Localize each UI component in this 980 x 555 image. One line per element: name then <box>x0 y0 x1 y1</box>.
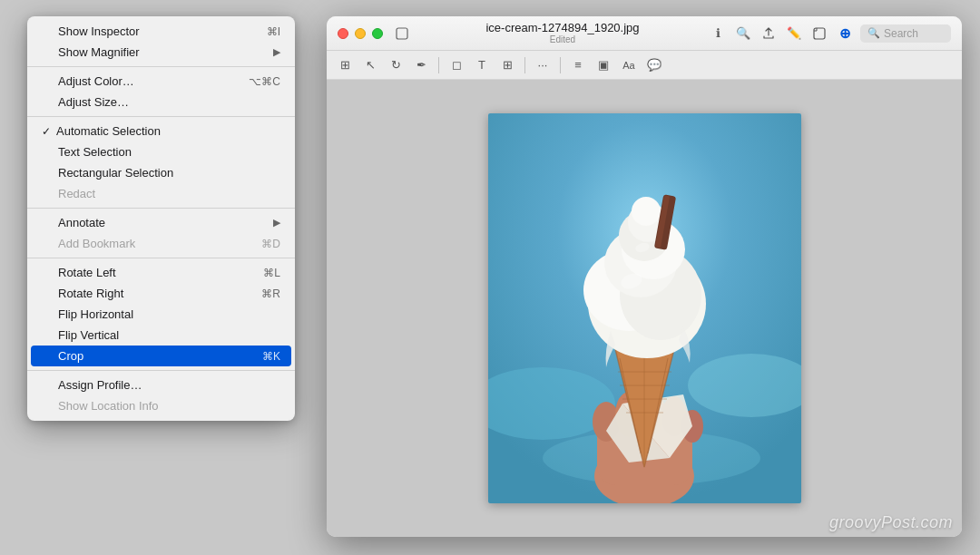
shortcut-add-bookmark: ⌘D <box>261 238 280 250</box>
search-placeholder: Search <box>884 27 918 40</box>
file-title: ice-cream-1274894_1920.jpg <box>485 21 639 35</box>
menu-label-flip-horizontal: Flip Horizontal <box>56 307 280 321</box>
traffic-lights <box>338 28 383 39</box>
ice-cream-svg <box>488 113 801 503</box>
menu-item-rectangular-selection[interactable]: Rectangular Selection <box>27 162 295 183</box>
shortcut-crop: ⌘K <box>262 350 280 363</box>
menu-item-automatic-selection[interactable]: ✓ Automatic Selection <box>27 121 295 141</box>
toolbar-shapes-btn[interactable]: ◻ <box>446 54 467 76</box>
toolbar-sep-2 <box>524 57 525 73</box>
separator-4 <box>27 258 295 258</box>
menu-label-adjust-color: Adjust Color… <box>56 74 249 88</box>
menu-item-adjust-size[interactable]: Adjust Size… <box>27 92 295 112</box>
menu-item-rotate-right[interactable]: Rotate Right ⌘R <box>27 283 295 304</box>
menu-item-show-magnifier[interactable]: Show Magnifier ▶ <box>27 42 295 63</box>
menu-item-add-bookmark: Add Bookmark ⌘D <box>27 233 295 254</box>
svg-rect-0 <box>397 28 407 39</box>
preview-window: ice-cream-1274894_1920.jpg Edited ℹ 🔍 ✏️… <box>327 16 962 537</box>
menu-label-rotate-left: Rotate Left <box>56 266 263 279</box>
zoom-in-button[interactable]: 🔍 <box>733 24 753 44</box>
separator-1 <box>27 66 295 67</box>
separator-3 <box>27 208 295 209</box>
separator-2 <box>27 116 295 117</box>
edit-button[interactable]: ✏️ <box>784 24 804 44</box>
title-bar: ice-cream-1274894_1920.jpg Edited ℹ 🔍 ✏️… <box>327 16 962 51</box>
expand-button[interactable] <box>809 24 829 44</box>
toolbar-sep-3 <box>560 57 561 73</box>
menu-label-adjust-size: Adjust Size… <box>56 95 280 109</box>
menu-item-show-location-info: Show Location Info <box>27 395 295 416</box>
menu-label-add-bookmark: Add Bookmark <box>56 237 261 250</box>
menu-item-redact: Redact <box>27 183 295 204</box>
window-square-icon[interactable] <box>394 25 410 42</box>
menu-label-rectangular-selection: Rectangular Selection <box>56 166 280 180</box>
window-nav-icons <box>394 25 410 42</box>
search-bar[interactable]: 🔍 Search <box>860 24 951 43</box>
toolbar-text-btn[interactable]: T <box>471 54 493 76</box>
toolbar-rotate-btn[interactable]: ↻ <box>385 54 407 76</box>
maximize-button[interactable] <box>372 28 383 39</box>
title-bar-center: ice-cream-1274894_1920.jpg Edited <box>417 21 708 46</box>
shortcut-rotate-right: ⌘R <box>261 287 280 300</box>
menu-item-adjust-color[interactable]: Adjust Color… ⌥⌘C <box>27 71 295 92</box>
watermark: groovyPost.com <box>829 513 953 532</box>
image-preview <box>488 113 801 503</box>
toolbar-markup-btn[interactable]: ✒ <box>410 54 432 76</box>
menu-label-crop: Crop <box>56 349 262 363</box>
toolbar-more-btn[interactable]: ··· <box>532 54 554 76</box>
shortcut-show-inspector: ⌘I <box>267 25 280 38</box>
arrow-show-magnifier: ▶ <box>273 46 280 58</box>
toolbar: ⊞ ↖ ↻ ✒ ◻ T ⊞ ··· ≡ ▣ Aa 💬 <box>327 51 962 80</box>
menu-item-annotate[interactable]: Annotate ▶ <box>27 212 295 233</box>
menu-item-rotate-left[interactable]: Rotate Left ⌘L <box>27 262 295 283</box>
close-button[interactable] <box>338 28 348 39</box>
menu-item-show-inspector[interactable]: Show Inspector ⌘I <box>27 21 295 42</box>
menu-label-show-magnifier: Show Magnifier <box>56 45 273 59</box>
toolbar-cursor-btn[interactable]: ↖ <box>359 54 381 76</box>
menu-label-text-selection: Text Selection <box>56 145 280 159</box>
toolbar-frame-btn[interactable]: ▣ <box>593 54 614 76</box>
context-menu: Show Inspector ⌘I Show Magnifier ▶ Adjus… <box>27 16 295 421</box>
menu-item-text-selection[interactable]: Text Selection <box>27 141 295 162</box>
menu-item-flip-horizontal[interactable]: Flip Horizontal <box>27 304 295 325</box>
toolbar-grid-btn[interactable]: ⊞ <box>496 54 518 76</box>
menu-label-show-inspector: Show Inspector <box>56 24 267 38</box>
toolbar-layout-btn[interactable]: ⊞ <box>334 54 356 76</box>
toolbar-align-btn[interactable]: ≡ <box>567 54 589 76</box>
minimize-button[interactable] <box>355 28 366 39</box>
menu-item-crop[interactable]: Crop ⌘K <box>31 346 291 366</box>
info-button[interactable]: ℹ <box>708 24 728 44</box>
file-subtitle: Edited <box>550 34 575 45</box>
separator-5 <box>27 370 295 371</box>
toolbar-speech-btn[interactable]: 💬 <box>643 54 665 76</box>
toolbar-aa-btn[interactable]: Aa <box>618 54 640 76</box>
menu-label-redact: Redact <box>56 187 280 200</box>
svg-rect-1 <box>814 28 825 39</box>
menu-item-flip-vertical[interactable]: Flip Vertical <box>27 325 295 346</box>
toolbar-sep-1 <box>438 57 439 73</box>
menu-label-show-location-info: Show Location Info <box>56 399 280 413</box>
shortcut-rotate-left: ⌘L <box>263 267 280 279</box>
content-area <box>327 80 962 537</box>
menu-label-rotate-right: Rotate Right <box>56 287 261 300</box>
menu-label-annotate: Annotate <box>56 216 273 229</box>
title-bar-actions: ℹ 🔍 ✏️ ⊕ 🔍 Search <box>708 24 951 44</box>
menu-label-automatic-selection: Automatic Selection <box>56 124 280 138</box>
shortcut-adjust-color: ⌥⌘C <box>249 75 280 88</box>
arrow-annotate: ▶ <box>273 217 280 229</box>
share-button[interactable] <box>759 24 779 44</box>
menu-label-flip-vertical: Flip Vertical <box>56 328 280 342</box>
svg-point-27 <box>632 197 661 226</box>
check-automatic-selection: ✓ <box>42 125 56 138</box>
menu-label-assign-profile: Assign Profile… <box>56 378 280 392</box>
profile-button[interactable]: ⊕ <box>835 24 855 44</box>
menu-item-assign-profile[interactable]: Assign Profile… <box>27 375 295 395</box>
